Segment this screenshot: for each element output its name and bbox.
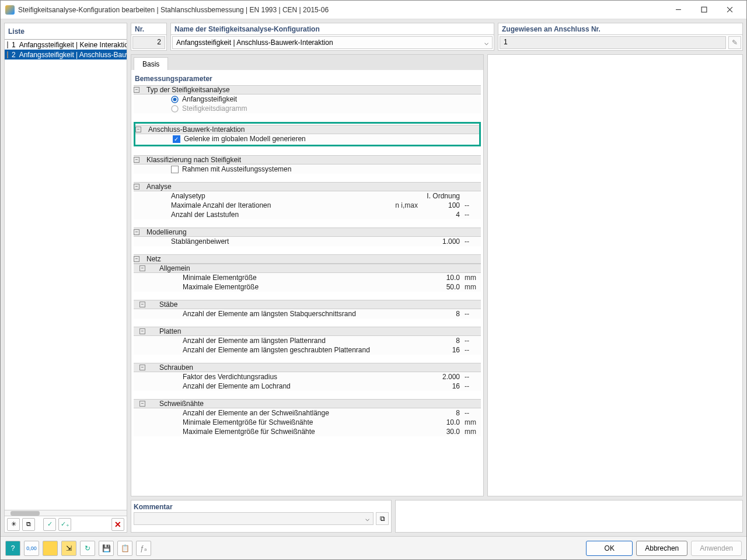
preview-panel bbox=[487, 54, 743, 496]
tab-bar: Basis bbox=[131, 55, 483, 70]
color-swatch bbox=[7, 51, 8, 58]
save-button[interactable]: 💾 bbox=[99, 541, 114, 556]
function-button[interactable]: ƒₐ bbox=[136, 541, 151, 556]
collapse-icon[interactable]: − bbox=[134, 256, 139, 262]
collapse-icon[interactable]: − bbox=[134, 157, 139, 163]
radio-stiffness-diagram[interactable] bbox=[171, 105, 179, 113]
color-swatch bbox=[7, 41, 8, 48]
collapse-icon[interactable]: − bbox=[139, 265, 145, 271]
side-panel bbox=[395, 500, 743, 533]
checkbox-braced-frames[interactable] bbox=[171, 166, 179, 173]
name-combo[interactable]: Anfangssteifigkeit | Anschluss-Bauwerk-I… bbox=[172, 36, 493, 49]
left-panel: Liste 1 Anfangssteifigkeit | Keine Inter… bbox=[4, 23, 127, 533]
units-button[interactable]: 0,00 bbox=[24, 541, 39, 556]
assigned-label: Zugewiesen an Anschluss Nr. bbox=[498, 23, 742, 35]
checkbox-generate-hinges[interactable] bbox=[173, 135, 180, 143]
collapse-icon[interactable]: − bbox=[134, 87, 139, 93]
nr-label: Nr. bbox=[131, 23, 166, 35]
window-title: Steifigkeitsanalyse-Konfiguration bearbe… bbox=[18, 6, 666, 14]
apply-button[interactable]: Anwenden bbox=[691, 541, 742, 556]
assign-button[interactable]: ⇲ bbox=[61, 541, 76, 556]
svg-rect-1 bbox=[701, 7, 707, 12]
clipboard-button[interactable]: 📋 bbox=[117, 541, 132, 556]
copy-comment-button[interactable]: ⧉ bbox=[376, 512, 389, 525]
ok-button[interactable]: OK bbox=[586, 541, 633, 556]
list-item[interactable]: 2 Anfangssteifigkeit | Anschluss-Bauwerk… bbox=[5, 50, 127, 60]
comment-header: Kommentar bbox=[134, 503, 389, 511]
pick-icon[interactable]: ✎ bbox=[728, 36, 741, 49]
radio-initial-stiffness[interactable] bbox=[171, 96, 179, 103]
minimize-button[interactable] bbox=[666, 2, 690, 18]
refresh-button[interactable]: ↻ bbox=[80, 541, 95, 556]
app-icon bbox=[5, 5, 15, 15]
nr-field[interactable]: 2 bbox=[132, 36, 165, 49]
name-label: Name der Steifigkeitsanalyse-Konfigurati… bbox=[171, 23, 494, 35]
delete-button[interactable]: ✕ bbox=[111, 518, 124, 531]
list-item[interactable]: 1 Anfangssteifigkeit | Keine Interaktion bbox=[5, 40, 127, 50]
collapse-icon[interactable]: − bbox=[139, 401, 145, 407]
assigned-field[interactable]: 1 bbox=[500, 36, 726, 49]
horizontal-scrollbar[interactable] bbox=[5, 510, 127, 516]
config-list[interactable]: 1 Anfangssteifigkeit | Keine Interaktion… bbox=[5, 40, 127, 510]
collapse-icon[interactable]: − bbox=[139, 328, 145, 334]
maximize-button[interactable] bbox=[692, 2, 716, 18]
help-button[interactable]: ? bbox=[5, 541, 20, 556]
highlight-box: − Anschluss-Bauwerk-Interaktion Gelenke … bbox=[134, 122, 481, 146]
color-button[interactable] bbox=[43, 541, 58, 556]
list-header: Liste bbox=[5, 23, 127, 40]
new-button[interactable]: ✳ bbox=[7, 518, 20, 531]
collapse-icon[interactable]: − bbox=[139, 302, 145, 307]
collapse-icon[interactable]: − bbox=[134, 184, 139, 190]
copy-button[interactable]: ⧉ bbox=[22, 518, 35, 531]
collapse-icon[interactable]: − bbox=[135, 127, 141, 132]
collapse-icon[interactable]: − bbox=[134, 229, 139, 235]
close-button[interactable] bbox=[717, 2, 742, 18]
tab-basis[interactable]: Basis bbox=[134, 57, 168, 70]
svg-point-6 bbox=[172, 106, 178, 112]
tree-grid[interactable]: Bemessungsparameter − Typ der Steifigkei… bbox=[131, 70, 483, 496]
titlebar: Steifigkeitsanalyse-Konfiguration bearbe… bbox=[1, 1, 746, 19]
check-all-button[interactable]: ✓₊ bbox=[58, 518, 71, 531]
cancel-button[interactable]: Abbrechen bbox=[636, 541, 687, 556]
section-title: Bemessungsparameter bbox=[134, 72, 481, 85]
check-button[interactable]: ✓ bbox=[43, 518, 56, 531]
collapse-icon[interactable]: − bbox=[139, 365, 145, 370]
comment-combo[interactable] bbox=[134, 512, 374, 525]
svg-point-5 bbox=[173, 98, 177, 102]
